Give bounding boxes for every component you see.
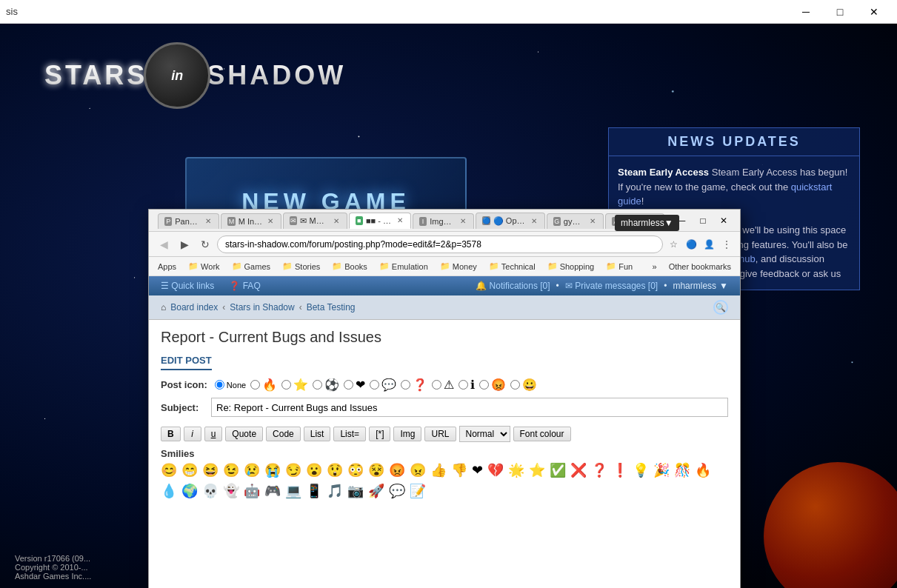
smiley-37[interactable]: 🚀 xyxy=(368,483,384,499)
board-index-link[interactable]: Board index xyxy=(170,302,218,313)
tab-gyra[interactable]: GgyRa...✕ xyxy=(547,213,604,229)
smiley-29[interactable]: 💀 xyxy=(202,483,219,499)
profile-icon[interactable]: 👤 xyxy=(701,237,716,252)
icon-star-radio[interactable] xyxy=(281,380,291,390)
icon-warning-radio[interactable] xyxy=(432,380,441,390)
bookmark-fun[interactable]: 📁Fun xyxy=(603,260,636,273)
address-input[interactable] xyxy=(217,235,663,253)
smiley-23[interactable]: 💡 xyxy=(633,462,649,478)
smiley-32[interactable]: 🎮 xyxy=(264,483,281,499)
tab-edit[interactable]: ■■■ - Edit✕ xyxy=(349,213,411,229)
list-eq-button[interactable]: List= xyxy=(333,427,366,441)
tab-close-inbox[interactable]: ✕ xyxy=(266,217,275,225)
special-button[interactable]: [*] xyxy=(369,427,390,441)
tab-close-edit[interactable]: ✕ xyxy=(396,216,404,224)
smiley-0[interactable]: 😊 xyxy=(161,462,177,478)
bookmark-shopping[interactable]: 📁Shopping xyxy=(544,260,598,273)
icon-angry-radio[interactable] xyxy=(479,380,489,390)
smiley-35[interactable]: 🎵 xyxy=(327,483,343,499)
tab-close-mail[interactable]: ✕ xyxy=(332,217,341,225)
more-bookmarks-button[interactable]: » xyxy=(650,261,660,273)
notifications-link[interactable]: 🔔 Notifications [0] xyxy=(476,281,550,291)
settings-icon[interactable]: ⋮ xyxy=(719,237,734,252)
icon-info-option[interactable]: ℹ xyxy=(458,378,475,392)
smiley-26[interactable]: 🔥 xyxy=(695,462,711,478)
tab-inbox[interactable]: MM Inbox✕ xyxy=(221,213,281,229)
smiley-20[interactable]: ❌ xyxy=(570,462,587,478)
smiley-5[interactable]: 😭 xyxy=(264,462,281,478)
quick-links-link[interactable]: ☰ Quick links xyxy=(161,281,214,291)
user-dropdown-icon[interactable]: ▼ xyxy=(719,281,728,291)
img-button[interactable]: Img xyxy=(393,427,421,441)
maximize-button[interactable]: □ xyxy=(823,0,857,24)
icon-heart-option[interactable]: ❤ xyxy=(344,378,365,392)
underline-button[interactable]: u xyxy=(204,427,223,441)
icon-warning-option[interactable]: ⚠ xyxy=(432,378,454,392)
code-button[interactable]: Code xyxy=(266,427,301,441)
list-button[interactable]: List xyxy=(304,427,331,441)
smiley-14[interactable]: 👎 xyxy=(451,462,467,478)
other-bookmarks-button[interactable]: Other bookmarks xyxy=(666,261,734,273)
icon-speech-option[interactable]: 💬 xyxy=(370,378,396,392)
icon-flame-radio[interactable] xyxy=(250,380,260,390)
format-select[interactable]: Normal xyxy=(459,426,510,442)
bold-button[interactable]: B xyxy=(161,427,181,441)
smiley-17[interactable]: 🌟 xyxy=(508,462,524,478)
tab-azqg[interactable]: AAzqG...✕ xyxy=(605,213,664,229)
tab-imgur[interactable]: IImgur ...✕ xyxy=(413,213,474,229)
smiley-27[interactable]: 💧 xyxy=(161,483,177,499)
icon-question-option[interactable]: ❓ xyxy=(401,378,427,392)
smiley-15[interactable]: ❤ xyxy=(472,462,483,478)
minimize-button[interactable]: ─ xyxy=(789,0,823,24)
smiley-1[interactable]: 😁 xyxy=(181,462,198,478)
smiley-13[interactable]: 👍 xyxy=(430,462,447,478)
url-button[interactable]: URL xyxy=(424,427,456,441)
icon-speech-radio[interactable] xyxy=(370,380,379,390)
stars-in-shadow-link[interactable]: Stars in Shadow xyxy=(230,302,294,313)
bookmark-apps[interactable]: Apps xyxy=(155,261,179,273)
forum-search-button[interactable]: 🔍 xyxy=(713,300,728,315)
bookmark-money[interactable]: 📁Money xyxy=(437,260,480,273)
hub-link[interactable]: hub xyxy=(739,253,756,264)
refresh-button[interactable]: ↻ xyxy=(196,235,214,253)
smiley-3[interactable]: 😉 xyxy=(223,462,239,478)
tab-pandora[interactable]: PPando...✕ xyxy=(158,213,219,229)
smiley-33[interactable]: 💻 xyxy=(285,483,301,499)
smiley-28[interactable]: 🌍 xyxy=(181,483,198,499)
smiley-18[interactable]: ⭐ xyxy=(529,462,545,478)
bookmark-technical[interactable]: 📁Technical xyxy=(486,260,538,273)
smiley-19[interactable]: ✅ xyxy=(550,462,566,478)
tab-close-options[interactable]: ✕ xyxy=(530,217,538,225)
icon-soccer-radio[interactable] xyxy=(313,380,322,390)
tab-close-imgur[interactable]: ✕ xyxy=(458,217,467,225)
icon-heart-radio[interactable] xyxy=(344,380,353,390)
browser-minimize-btn[interactable]: ─ xyxy=(672,213,693,229)
smiley-25[interactable]: 🎊 xyxy=(674,462,690,478)
smiley-2[interactable]: 😆 xyxy=(202,462,219,478)
smiley-21[interactable]: ❓ xyxy=(591,462,607,478)
bookmark-stories[interactable]: 📁Stories xyxy=(279,260,323,273)
icon-happy-radio[interactable] xyxy=(510,380,520,390)
icon-angry-option[interactable]: 😡 xyxy=(479,378,506,392)
icon-soccer-option[interactable]: ⚽ xyxy=(313,378,339,392)
smiley-16[interactable]: 💔 xyxy=(487,462,504,478)
forward-button[interactable]: ▶ xyxy=(176,235,193,253)
smiley-8[interactable]: 😲 xyxy=(327,462,343,478)
browser-close-btn[interactable]: ✕ xyxy=(713,213,734,229)
icon-none-option[interactable]: None xyxy=(215,380,246,390)
tab-close-gyra[interactable]: ✕ xyxy=(588,217,597,225)
icon-happy-option[interactable]: 😀 xyxy=(510,378,537,392)
bookmark-emulation[interactable]: 📁Emulation xyxy=(376,260,431,273)
subject-input[interactable] xyxy=(211,398,728,417)
tab-close-azqg[interactable]: ✕ xyxy=(649,217,658,225)
font-color-button[interactable]: Font colour xyxy=(513,427,571,441)
tab-options[interactable]: 🔵🔵 Optio...✕ xyxy=(476,213,545,229)
bookmark-work[interactable]: 📁Work xyxy=(185,260,222,273)
icon-flame-option[interactable]: 🔥 xyxy=(250,378,277,392)
tab-mail[interactable]: ✉✉ Mail ...✕ xyxy=(283,213,347,229)
smiley-31[interactable]: 🤖 xyxy=(244,483,260,499)
smiley-39[interactable]: 📝 xyxy=(410,483,426,499)
smiley-36[interactable]: 📷 xyxy=(347,483,364,499)
icon-question-radio[interactable] xyxy=(401,380,410,390)
smiley-7[interactable]: 😮 xyxy=(306,462,322,478)
